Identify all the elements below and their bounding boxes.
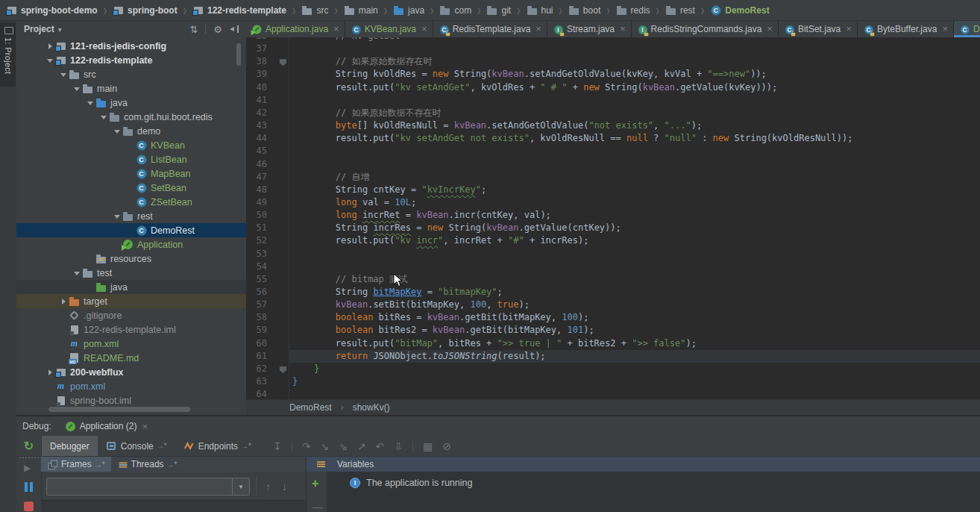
- editor-tab[interactable]: Application.java×: [246, 21, 345, 37]
- close-icon[interactable]: ×: [942, 25, 948, 33]
- tree-item[interactable]: target: [16, 294, 246, 308]
- fold-marker-icon[interactable]: [280, 59, 286, 66]
- breadcrumb-item[interactable]: main: [344, 4, 378, 16]
- tree-item[interactable]: 122-redis-template: [16, 53, 246, 67]
- breadcrumb-item[interactable]: git: [486, 4, 511, 16]
- editor-tab[interactable]: CDemoRest.java×: [954, 21, 980, 37]
- tree-item[interactable]: MDREADME.md: [16, 351, 246, 365]
- tree-expand-arrow-icon[interactable]: [45, 55, 55, 66]
- breadcrumb-item[interactable]: java: [393, 4, 424, 16]
- frames-tab-threads[interactable]: Threads→*: [111, 457, 183, 472]
- tree-item[interactable]: 121-redis-jedis-config: [16, 39, 246, 53]
- tree-item[interactable]: CMapBean: [16, 166, 246, 181]
- tree-item[interactable]: resources: [16, 252, 246, 266]
- breadcrumb-item[interactable]: spring-boot: [113, 4, 178, 16]
- frames-combobox[interactable]: ▼: [46, 478, 250, 496]
- tree-item[interactable]: com.git.hui.boot.redis: [16, 110, 246, 124]
- tree-item[interactable]: spring-boot.iml: [16, 393, 246, 408]
- breadcrumb-item[interactable]: spring-boot-demo: [6, 4, 98, 16]
- close-icon[interactable]: ×: [620, 25, 626, 33]
- close-icon[interactable]: ×: [333, 25, 339, 33]
- editor-tab[interactable]: CRedisTemplate.java×: [433, 21, 547, 37]
- frames-combo-input[interactable]: [48, 479, 230, 496]
- breadcrumb-item[interactable]: src: [301, 4, 328, 16]
- vertical-scrollbar[interactable]: [236, 43, 241, 66]
- editor-area[interactable]: 36 // kv getSet3738 // 如果原始数据存在时39 Strin…: [246, 37, 980, 399]
- tree-item[interactable]: 122-redis-template.iml: [16, 322, 246, 337]
- tree-expand-arrow-icon[interactable]: [112, 126, 122, 137]
- tree-item[interactable]: .gitignore: [16, 308, 246, 322]
- tree-item[interactable]: CZSetBean: [16, 195, 246, 209]
- tree-item[interactable]: demo: [16, 124, 246, 138]
- tree-item[interactable]: Application: [16, 237, 246, 252]
- view-breakpoints-icon[interactable]: ▦: [423, 441, 433, 452]
- tree-expand-arrow-icon[interactable]: [72, 84, 82, 94]
- mute-breakpoints-icon[interactable]: ⊘: [442, 441, 451, 452]
- dropdown-arrow-icon[interactable]: ▼: [232, 478, 249, 495]
- close-icon[interactable]: ×: [535, 25, 541, 33]
- step-into-icon[interactable]: ↘: [320, 441, 329, 452]
- tree-expand-arrow-icon[interactable]: [98, 112, 109, 122]
- breadcrumb-method[interactable]: showKv(): [353, 402, 390, 413]
- breadcrumb-item[interactable]: 122-redis-template: [192, 4, 286, 16]
- breadcrumb-item[interactable]: redis: [616, 4, 650, 16]
- close-icon[interactable]: ×: [846, 25, 852, 33]
- tree-expand-arrow-icon[interactable]: [112, 211, 122, 222]
- tree-expand-arrow-icon[interactable]: [85, 98, 95, 108]
- tree-expand-arrow-icon[interactable]: [58, 69, 69, 80]
- frames-tab-frames[interactable]: Frames→*: [41, 457, 111, 472]
- tree-item[interactable]: mpom.xml: [16, 337, 246, 351]
- editor-tab[interactable]: CBitSet.java×: [779, 21, 858, 37]
- close-icon[interactable]: ×: [421, 25, 427, 33]
- project-stripe-label[interactable]: 1: Project: [4, 37, 13, 74]
- step-out-icon[interactable]: ↗: [357, 441, 366, 452]
- editor-tab[interactable]: CByteBuffer.java×: [858, 21, 954, 37]
- add-watch-icon[interactable]: +: [312, 478, 318, 490]
- editor-tab[interactable]: IRedisStringCommands.java×: [632, 21, 779, 37]
- breadcrumb-class[interactable]: DemoRest: [289, 402, 332, 413]
- tree-item[interactable]: rest: [16, 209, 246, 223]
- debug-tab-console[interactable]: Console→*: [98, 436, 175, 456]
- fold-marker-icon[interactable]: [280, 366, 286, 373]
- tree-item[interactable]: java: [16, 280, 246, 294]
- breadcrumb-item[interactable]: rest: [665, 4, 695, 16]
- run-to-cursor-icon[interactable]: ⇩: [394, 441, 403, 452]
- debug-session-tab[interactable]: Application (2) ×: [65, 421, 148, 432]
- tree-item[interactable]: mpom.xml: [16, 379, 246, 393]
- resume-icon[interactable]: ▶: [24, 463, 31, 473]
- breadcrumb-item[interactable]: boot: [568, 4, 600, 16]
- breadcrumb-item[interactable]: CDemoRest: [710, 4, 769, 16]
- remove-watch-icon[interactable]: —: [312, 502, 323, 512]
- tree-item[interactable]: src: [16, 67, 246, 81]
- step-over-icon[interactable]: ↷: [302, 441, 311, 452]
- move-up-icon[interactable]: ↑: [266, 478, 271, 496]
- pause-icon[interactable]: [25, 482, 33, 492]
- hide-panel-icon[interactable]: [230, 25, 239, 33]
- close-icon[interactable]: ×: [142, 421, 148, 432]
- rerun-icon[interactable]: ↻: [24, 440, 34, 452]
- debug-tab-endpoints[interactable]: Endpoints→*: [175, 436, 260, 456]
- tree-expand-arrow-icon[interactable]: [58, 299, 69, 305]
- tree-expand-arrow-icon[interactable]: [45, 43, 55, 49]
- move-down-icon[interactable]: ↓: [282, 478, 287, 496]
- tree-item[interactable]: test: [16, 266, 246, 280]
- tree-item[interactable]: CListBean: [16, 152, 246, 166]
- editor-tab[interactable]: IStream.java×: [547, 21, 632, 37]
- tree-expand-arrow-icon[interactable]: [72, 268, 82, 278]
- breadcrumb-item[interactable]: hui: [527, 4, 553, 16]
- chevron-down-icon[interactable]: ▾: [58, 25, 62, 34]
- horizontal-scrollbar[interactable]: [48, 407, 190, 412]
- tree-item[interactable]: CDemoRest: [16, 223, 246, 237]
- expand-collapse-icon[interactable]: ⇅: [189, 24, 198, 35]
- tree-item[interactable]: java: [16, 96, 246, 110]
- tree-item[interactable]: CKVBean: [16, 138, 246, 152]
- tree-item[interactable]: 200-webflux: [16, 365, 246, 379]
- settings-gear-icon[interactable]: ⚙: [213, 24, 222, 35]
- show-execution-point-icon[interactable]: ↧: [273, 441, 282, 452]
- drop-frame-icon[interactable]: ↶: [376, 441, 385, 452]
- tree-item[interactable]: CSetBean: [16, 181, 246, 195]
- debug-tab-debugger[interactable]: Debugger: [42, 436, 98, 456]
- force-step-into-icon[interactable]: ⇘: [339, 441, 348, 452]
- stop-icon[interactable]: [24, 502, 34, 511]
- editor-tab[interactable]: CKVBean.java×: [345, 21, 433, 37]
